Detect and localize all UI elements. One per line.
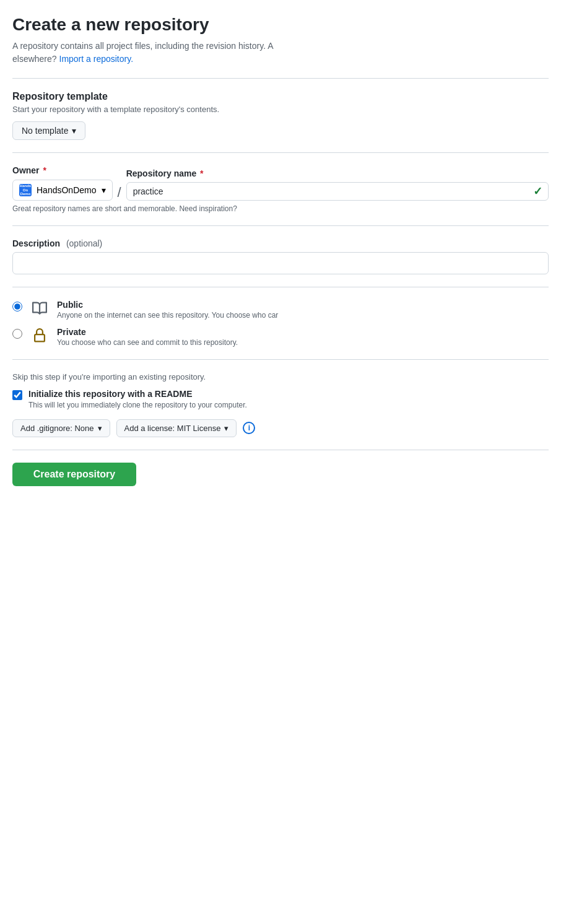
private-title: Private — [57, 327, 238, 337]
info-icon-button[interactable]: i — [243, 422, 255, 434]
public-visibility-text: Public Anyone on the internet can see th… — [57, 300, 278, 320]
license-chevron-icon: ▾ — [224, 424, 228, 433]
readme-checkbox[interactable] — [12, 390, 22, 400]
repo-name-required-star: * — [200, 168, 203, 178]
template-section-label: Repository template — [12, 91, 549, 102]
template-dropdown-icon: ▾ — [72, 126, 76, 136]
visibility-public-option[interactable]: Public Anyone on the internet can see th… — [12, 300, 549, 320]
visibility-options: Public Anyone on the internet can see th… — [12, 300, 549, 347]
repo-name-hint: Great repository names are short and mem… — [12, 204, 549, 213]
visibility-private-option[interactable]: Private You choose who can see and commi… — [12, 327, 549, 347]
private-visibility-text: Private You choose who can see and commi… — [57, 327, 238, 347]
owner-column: Owner * HandsOnDemo HandsOnDemo ▾ — [12, 165, 113, 201]
section-divider-5 — [12, 450, 549, 450]
section-divider-top — [12, 78, 549, 79]
public-title: Public — [57, 300, 278, 310]
owner-chevron-icon: ▾ — [102, 185, 106, 195]
section-divider-1 — [12, 152, 549, 153]
page-title: Create a new repository — [12, 15, 549, 35]
template-dropdown-button[interactable]: No template ▾ — [12, 121, 85, 140]
repo-name-column: Repository name * ✓ — [126, 168, 549, 201]
section-divider-4 — [12, 359, 549, 360]
visibility-public-radio[interactable] — [12, 302, 22, 312]
repo-name-label: Repository name * — [126, 168, 549, 178]
private-desc: You choose who can see and commit to thi… — [57, 338, 238, 347]
repo-name-checkmark: ✓ — [533, 185, 542, 198]
license-label: Add a license: MIT License — [124, 424, 221, 433]
template-section: Repository template Start your repositor… — [12, 91, 549, 140]
import-link[interactable]: Import a repository. — [59, 54, 134, 64]
owner-repo-row: Owner * HandsOnDemo HandsOnDemo ▾ / Repo… — [12, 165, 549, 201]
public-desc: Anyone on the internet can see this repo… — [57, 311, 278, 320]
owner-dropdown-button[interactable]: HandsOnDemo HandsOnDemo ▾ — [12, 180, 113, 201]
license-button[interactable]: Add a license: MIT License ▾ — [116, 419, 237, 437]
private-icon — [30, 326, 50, 346]
gitignore-label: Add .gitignore: None — [20, 424, 94, 433]
page-subtitle: A repository contains all project files,… — [12, 40, 549, 66]
visibility-private-radio[interactable] — [12, 329, 22, 339]
description-input[interactable] — [12, 252, 549, 274]
init-hint: Skip this step if you're importing an ex… — [12, 372, 549, 381]
template-section-desc: Start your repository with a template re… — [12, 105, 549, 114]
public-icon — [30, 299, 50, 318]
description-section: Description (optional) — [12, 238, 549, 274]
readme-label: Initialize this repository with a README — [28, 389, 247, 399]
repo-name-input[interactable] — [126, 182, 549, 201]
owner-label: Owner * — [12, 165, 113, 175]
repo-name-wrapper: ✓ — [126, 182, 549, 201]
create-repository-button[interactable]: Create repository — [12, 463, 136, 486]
description-optional: (optional) — [66, 238, 102, 248]
readme-checkbox-row: Initialize this repository with a README… — [12, 389, 549, 409]
section-divider-3 — [12, 287, 549, 287]
info-icon-text: i — [248, 424, 250, 432]
readme-text: Initialize this repository with a README… — [28, 389, 247, 409]
init-section: Skip this step if you're importing an ex… — [12, 372, 549, 437]
readme-desc: This will let you immediately clone the … — [28, 401, 247, 409]
section-divider-2 — [12, 225, 549, 226]
gitignore-chevron-icon: ▾ — [98, 424, 102, 433]
description-label: Description (optional) — [12, 238, 549, 248]
owner-avatar: HandsOnDemo — [19, 184, 32, 196]
owner-name: HandsOnDemo — [37, 185, 97, 195]
gitignore-button[interactable]: Add .gitignore: None ▾ — [12, 419, 110, 437]
owner-required-star: * — [43, 165, 46, 175]
template-button-label: No template — [22, 126, 68, 136]
slash-separator: / — [113, 167, 126, 201]
addons-row: Add .gitignore: None ▾ Add a license: MI… — [12, 419, 549, 437]
